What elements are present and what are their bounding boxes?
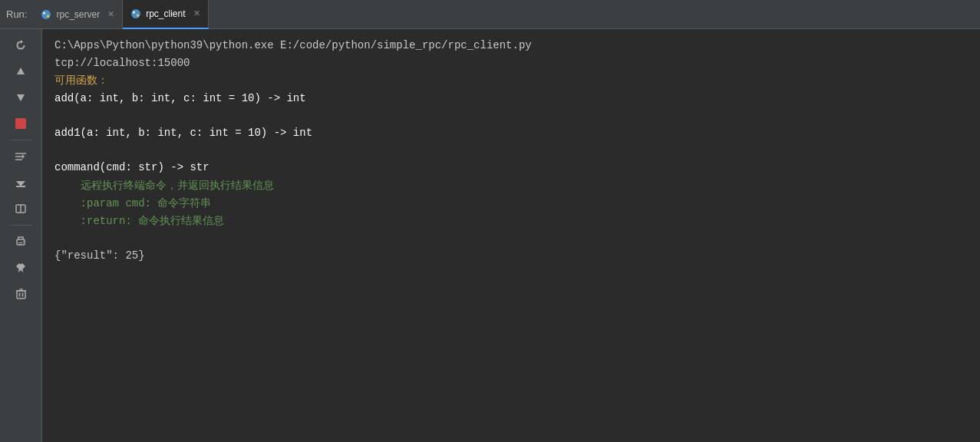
pin-button[interactable] bbox=[7, 256, 35, 279]
tab-rpc-client-label: rpc_client bbox=[146, 8, 185, 19]
run-label: Run: bbox=[6, 8, 27, 20]
output-line-6: command(cmd: str) -> str bbox=[54, 159, 968, 176]
tab-rpc-server[interactable]: rpc_server ✕ bbox=[33, 0, 123, 29]
print-button[interactable] bbox=[7, 230, 35, 253]
svg-point-18 bbox=[23, 241, 25, 242]
tab-rpc-server-close[interactable]: ✕ bbox=[107, 9, 114, 19]
blank-2 bbox=[54, 142, 968, 159]
split-button[interactable] bbox=[7, 197, 35, 220]
blank-1 bbox=[54, 107, 968, 124]
soft-wrap-button[interactable] bbox=[7, 145, 35, 168]
tab-rpc-client[interactable]: rpc_client ✕ bbox=[123, 0, 208, 29]
output-line-1: C:\Apps\Python\python39\python.exe E:/co… bbox=[54, 37, 968, 54]
output-line-4: add(a: int, b: int, c: int = 10) -> int bbox=[54, 90, 968, 107]
svg-point-2 bbox=[47, 15, 49, 17]
svg-point-0 bbox=[41, 10, 51, 19]
output-line-3: 可用函数： bbox=[54, 72, 968, 90]
toolbar bbox=[0, 29, 42, 442]
scroll-down-button[interactable] bbox=[7, 86, 35, 109]
output-line-2: tcp://localhost:15000 bbox=[54, 54, 968, 72]
main-area: C:\Apps\Python\python39\python.exe E:/co… bbox=[0, 29, 980, 442]
output-line-8: :param cmd: 命令字符串 bbox=[54, 195, 968, 213]
svg-point-1 bbox=[43, 12, 45, 14]
svg-point-3 bbox=[131, 9, 140, 18]
clear-button[interactable] bbox=[7, 282, 35, 305]
svg-point-4 bbox=[133, 11, 135, 13]
scroll-to-end-button[interactable] bbox=[7, 171, 35, 194]
svg-marker-6 bbox=[17, 68, 25, 74]
output-panel[interactable]: C:\Apps\Python\python39\python.exe E:/co… bbox=[42, 29, 980, 442]
svg-rect-15 bbox=[17, 239, 25, 245]
svg-marker-11 bbox=[16, 181, 25, 186]
svg-rect-19 bbox=[17, 291, 25, 299]
svg-rect-17 bbox=[18, 244, 21, 245]
output-line-7: 远程执行终端命令，并返回执行结果信息 bbox=[54, 177, 968, 195]
blank-3 bbox=[54, 230, 968, 247]
svg-point-5 bbox=[137, 14, 139, 16]
rerun-button[interactable] bbox=[7, 34, 35, 57]
scroll-up-button[interactable] bbox=[7, 60, 35, 83]
stop-button[interactable] bbox=[7, 112, 35, 135]
divider-2 bbox=[9, 225, 32, 226]
tab-bar: Run: rpc_server ✕ rpc_client ✕ bbox=[0, 0, 980, 29]
tab-rpc-server-label: rpc_server bbox=[56, 9, 100, 20]
svg-rect-16 bbox=[18, 242, 23, 243]
svg-rect-12 bbox=[16, 186, 25, 187]
python-icon-2 bbox=[130, 8, 141, 19]
divider-1 bbox=[9, 140, 32, 140]
output-line-9: :return: 命令执行结果信息 bbox=[54, 213, 968, 230]
python-icon bbox=[41, 9, 51, 20]
stop-icon bbox=[15, 118, 26, 129]
svg-marker-7 bbox=[17, 94, 25, 101]
output-line-5: add1(a: int, b: int, c: int = 10) -> int bbox=[54, 124, 968, 142]
output-line-10: {"result": 25} bbox=[54, 247, 968, 265]
tab-rpc-client-close[interactable]: ✕ bbox=[193, 8, 200, 18]
